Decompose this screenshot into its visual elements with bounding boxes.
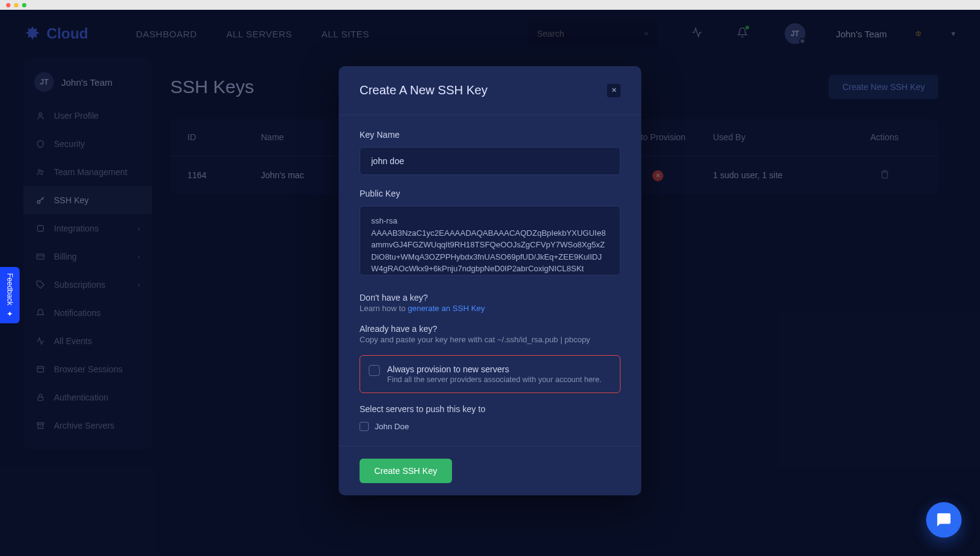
feedback-label: Feedback — [6, 273, 14, 306]
user-icon — [36, 111, 45, 120]
already-have-key-sub: Copy and paste your key here with cat ~/… — [360, 335, 620, 344]
nav-dashboard[interactable]: DASHBOARD — [136, 29, 197, 39]
sidebar-team-name: John's Team — [61, 77, 112, 88]
sidebar-item-label: Authentication — [54, 393, 108, 402]
crown-icon: ♔ — [915, 29, 922, 38]
key-name-input[interactable] — [360, 147, 620, 175]
sidebar-item-all-events[interactable]: All Events — [23, 327, 152, 355]
sidebar-item-billing[interactable]: Billing› — [23, 242, 152, 271]
logo-text: Cloud — [47, 25, 88, 42]
avatar-status-dot — [799, 38, 805, 44]
sidebar-item-label: Integrations — [54, 224, 99, 233]
sidebar-item-label: Billing — [54, 252, 77, 261]
sidebar-item-authentication[interactable]: Authentication — [23, 383, 152, 411]
sidebar-item-label: Security — [54, 139, 85, 149]
chevron-down-icon[interactable]: ▼ — [950, 30, 957, 37]
public-key-textarea[interactable] — [360, 206, 620, 276]
create-ssh-key-button[interactable]: Create New SSH Key — [829, 75, 938, 99]
lock-icon — [36, 393, 45, 402]
svg-rect-5 — [37, 225, 43, 231]
create-ssh-key-submit-button[interactable]: Create SSH Key — [360, 459, 452, 483]
key-icon — [36, 196, 45, 205]
col-used: Used By — [713, 132, 848, 142]
sidebar-item-browser-sessions[interactable]: Browser Sessions — [23, 355, 152, 383]
provision-highlight-box: Always provision to new servers Find all… — [360, 355, 620, 393]
col-id: ID — [187, 132, 261, 142]
sidebar-item-security[interactable]: Security — [23, 130, 152, 158]
feedback-tab[interactable]: ✦ Feedback — [0, 267, 20, 323]
already-have-key-title: Already have a key? — [360, 324, 620, 334]
sidebar-item-label: Browser Sessions — [54, 364, 123, 374]
auto-provision-off-icon: ✕ — [652, 170, 663, 181]
chevron-right-icon: › — [138, 282, 140, 288]
nav-sites[interactable]: ALL SITES — [322, 29, 369, 39]
svg-rect-9 — [37, 423, 44, 424]
mac-max-dot[interactable] — [22, 3, 26, 7]
card-icon — [36, 252, 45, 261]
public-key-label: Public Key — [360, 189, 620, 198]
chevron-right-icon: › — [138, 254, 140, 260]
sidebar-item-archive-servers[interactable]: Archive Servers — [23, 411, 152, 440]
svg-rect-8 — [38, 397, 43, 400]
pulse-icon — [36, 337, 45, 345]
trash-icon[interactable] — [848, 170, 921, 181]
provision-label: Always provision to new servers — [387, 364, 601, 374]
sidebar-item-notifications[interactable]: Notifications — [23, 299, 152, 327]
notification-badge — [745, 26, 749, 29]
sidebar-team[interactable]: JT John's Team — [23, 67, 152, 102]
sidebar-item-integrations[interactable]: Integrations› — [23, 214, 152, 242]
sidebar-item-label: All Events — [54, 336, 92, 346]
modal-title: Create A New SSH Key — [360, 83, 488, 97]
svg-rect-6 — [37, 254, 44, 259]
provision-sub: Find all the server providers associated… — [387, 375, 601, 384]
search-input[interactable] — [537, 29, 644, 39]
svg-point-4 — [37, 201, 40, 204]
archive-icon — [36, 421, 45, 430]
sidebar-item-label: Team Management — [54, 167, 127, 177]
bell-icon[interactable] — [737, 27, 748, 40]
team-icon — [36, 168, 45, 176]
logo-icon — [23, 24, 42, 43]
chat-fab[interactable] — [926, 502, 962, 538]
mac-titlebar — [0, 0, 980, 10]
search-box[interactable] — [529, 20, 657, 47]
cell-used: 1 sudo user, 1 site — [713, 170, 848, 180]
sidebar-item-label: Archive Servers — [54, 421, 115, 430]
col-actions: Actions — [848, 132, 921, 142]
svg-point-1 — [39, 113, 42, 116]
avatar[interactable]: JT — [785, 23, 805, 44]
shield-icon — [36, 140, 45, 148]
sidebar-item-team-management[interactable]: Team Management — [23, 158, 152, 186]
close-icon[interactable]: ✕ — [607, 84, 620, 97]
server-checkbox[interactable] — [360, 422, 369, 431]
sidebar-item-label: Notifications — [54, 308, 100, 318]
browser-icon — [36, 365, 45, 374]
server-option-label: John Doe — [375, 422, 409, 431]
provision-checkbox[interactable] — [369, 365, 380, 376]
sidebar: JT John's Team User ProfileSecurityTeam … — [23, 58, 152, 449]
page-title: SSH Keys — [170, 77, 254, 97]
topbar: Cloud DASHBOARD ALL SERVERS ALL SITES JT… — [0, 10, 980, 58]
sidebar-item-label: User Profile — [54, 111, 99, 121]
svg-point-2 — [39, 170, 41, 172]
sidebar-item-ssh-key[interactable]: SSH Key — [23, 186, 152, 214]
chat-icon — [936, 512, 952, 528]
sidebar-item-subscriptions[interactable]: Subscriptions› — [23, 271, 152, 299]
sidebar-item-user-profile[interactable]: User Profile — [23, 102, 152, 130]
svg-point-0 — [645, 32, 647, 35]
puzzle-icon — [36, 224, 45, 233]
svg-rect-7 — [37, 366, 44, 372]
logo[interactable]: Cloud — [23, 24, 88, 43]
mac-min-dot[interactable] — [14, 3, 18, 7]
svg-point-3 — [42, 171, 43, 172]
dont-have-key-title: Don't have a key? — [360, 293, 620, 302]
nav-servers[interactable]: ALL SERVERS — [227, 29, 292, 39]
generate-key-link[interactable]: generate an SSH Key — [408, 304, 485, 313]
sidebar-item-label: Subscriptions — [54, 280, 105, 290]
create-ssh-key-modal: Create A New SSH Key ✕ Key Name Public K… — [339, 66, 641, 495]
mac-close-dot[interactable] — [6, 3, 10, 7]
key-name-label: Key Name — [360, 130, 620, 140]
sidebar-item-label: SSH Key — [54, 195, 89, 205]
activity-icon[interactable] — [692, 27, 703, 40]
team-name[interactable]: John's Team — [836, 29, 887, 39]
